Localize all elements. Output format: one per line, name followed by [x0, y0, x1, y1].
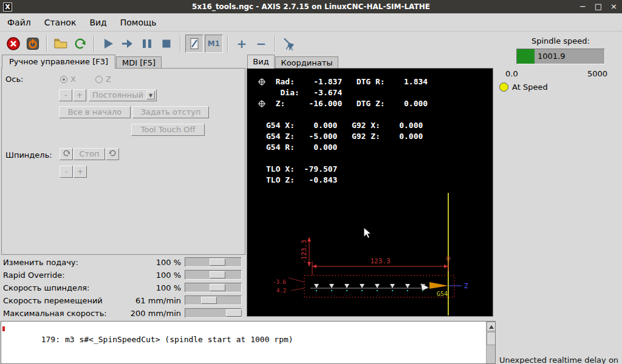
optional-stop-icon: M1 [208, 39, 220, 48]
zoom-in-button[interactable]: + [233, 35, 251, 53]
z-axis-label: Z [464, 282, 468, 290]
reload-icon [73, 36, 87, 51]
minimize-button[interactable]: − [579, 0, 586, 13]
tab-preview[interactable]: Вид [247, 55, 275, 69]
gcode-line[interactable]: 180:t1 m6 g43 (tool 1 - cut ) [1, 356, 495, 364]
tab-dro-label: Координаты [281, 58, 332, 67]
toolbar-separator [180, 35, 181, 52]
spindle-bar-fill [517, 49, 535, 64]
open-file-button[interactable] [52, 35, 70, 53]
manual-control-panel: Ось: X Z - + Постоянный ▼ Все в начало З… [1, 68, 245, 255]
gcode-listing[interactable]: 179:m3 s#<_SpinSpeedCut> (spindle start … [1, 321, 496, 364]
rotate-ccw-icon [62, 149, 71, 158]
preview-canvas[interactable]: Rad: -1.837 DTG R: 1.834 Dia: -3.674 Z: … [247, 68, 493, 317]
power-icon [26, 36, 40, 51]
reload-file-button[interactable] [71, 35, 89, 53]
leader-line [291, 288, 304, 291]
jog-mode-dropdown[interactable]: Постоянный ▼ [89, 89, 157, 101]
run-button[interactable] [99, 35, 117, 53]
clear-plot-button[interactable] [280, 35, 298, 53]
stop-button[interactable] [157, 35, 176, 53]
spindle-label: Шпиндель: [5, 150, 52, 160]
home-all-button[interactable]: Все в начало [59, 106, 131, 118]
spindle-speed-panel: Spindle speed: 1001.9 0.0 5000 At Speed [496, 36, 622, 103]
toolbar-separator [227, 35, 228, 52]
mouse-cursor [364, 228, 371, 238]
spindle-cw-button[interactable] [106, 148, 119, 160]
axis-z-radio-label: Z [106, 75, 111, 84]
tab-mdi[interactable]: MDI [F5] [116, 56, 162, 69]
menu-file[interactable]: Файл [1, 15, 37, 30]
toggle-skip-lines-button[interactable] [185, 35, 203, 53]
spindle-faster-button[interactable]: + [73, 166, 87, 178]
homed-icon-x [258, 78, 265, 86]
dimension-height-label: -123.3 [300, 240, 308, 264]
gcode-line-number: 179: [36, 334, 60, 345]
slider-thumb[interactable] [210, 284, 225, 291]
at-speed-lamp [499, 83, 508, 92]
backplot-graphics: 123.3 -123.3 [247, 69, 493, 316]
jog-mode-value: Постоянный [92, 90, 143, 99]
stop-square-icon [159, 36, 174, 51]
gcode-line[interactable]: 179:m3 s#<_SpinSpeedCut> (spindle start … [1, 322, 495, 356]
feed-override-row: Изменить подачу: 100 % [0, 256, 247, 269]
jog-speed-slider[interactable] [185, 295, 242, 305]
broom-icon [282, 36, 296, 51]
tab-manual-control[interactable]: Ручное управление [F3] [2, 55, 115, 69]
menu-machine[interactable]: Станок [38, 15, 83, 30]
step-button[interactable] [118, 35, 137, 53]
menu-help[interactable]: Помощь [114, 15, 163, 30]
jog-speed-label: Скорость перемещений [3, 296, 103, 305]
slider-thumb[interactable] [201, 297, 217, 304]
step-arrow-icon [120, 36, 135, 51]
axis-x-radio[interactable] [60, 76, 67, 83]
rapid-override-slider[interactable] [185, 270, 242, 280]
menu-view[interactable]: Вид [83, 15, 112, 30]
zoom-out-icon: − [256, 38, 267, 50]
maximize-button[interactable]: □ [595, 0, 602, 13]
feed-override-slider[interactable] [185, 257, 242, 267]
slider-thumb[interactable] [210, 258, 225, 266]
jog-minus-button[interactable]: - [59, 89, 72, 101]
spindle-speed-bar: 1001.9 [516, 49, 605, 64]
spindle-override-label: Скорость шпинделя: [3, 283, 89, 292]
toolbar-separator [94, 35, 95, 52]
optional-stop-button[interactable]: M1 [205, 35, 223, 53]
axis-window: X 5x16_tools.ngc - AXIS 2.7.15 on LinuxC… [0, 0, 622, 364]
pause-button[interactable] [138, 35, 156, 53]
tab-dro[interactable]: Координаты [275, 56, 338, 69]
slider-thumb[interactable] [226, 309, 242, 317]
zoom-out-button[interactable]: − [252, 35, 270, 53]
estop-button[interactable] [4, 35, 22, 53]
spindle-slower-button[interactable]: - [60, 166, 73, 178]
g54-origin-label: G54 [437, 291, 448, 297]
axis-z-radio[interactable] [95, 76, 103, 83]
close-button[interactable]: × [610, 0, 617, 13]
estop-icon [6, 36, 21, 51]
spindle-override-slider[interactable] [185, 283, 242, 292]
tool-cone [429, 282, 448, 289]
dim-small-bottom-label: 4.2 [276, 288, 286, 294]
at-speed-label: At Speed [512, 83, 548, 92]
gcode-scrollbar[interactable] [486, 322, 495, 363]
spindle-stop-button[interactable]: Стоп [73, 148, 105, 160]
skip-lines-icon [187, 36, 202, 51]
window-title: 5x16_tools.ngc - AXIS 2.7.15 on LinuxCNC… [0, 2, 622, 11]
rotate-cw-icon [108, 149, 117, 158]
tool-touch-off-button[interactable]: Tool Touch Off [131, 124, 205, 136]
open-folder-icon [53, 36, 68, 51]
jog-speed-row: Скорость перемещений 61 mm/min [0, 294, 247, 307]
scrollbar-thumb[interactable] [487, 332, 496, 345]
spindle-override-value: 100 % [108, 283, 181, 292]
machine-power-button[interactable] [24, 35, 42, 53]
rapid-override-label: Rapid Override: [3, 271, 65, 280]
toolbar-separator [275, 35, 276, 52]
jog-plus-button[interactable]: + [73, 89, 86, 101]
titlebar[interactable]: X 5x16_tools.ngc - AXIS 2.7.15 on LinuxC… [0, 0, 622, 13]
spindle-ccw-button[interactable] [60, 148, 73, 160]
slider-thumb[interactable] [210, 271, 225, 278]
scroll-up-arrow[interactable] [487, 322, 496, 331]
dimension-width-label: 123.3 [370, 257, 390, 265]
touch-off-button[interactable]: Задать отступ [132, 106, 209, 118]
max-velocity-slider[interactable] [185, 308, 242, 318]
